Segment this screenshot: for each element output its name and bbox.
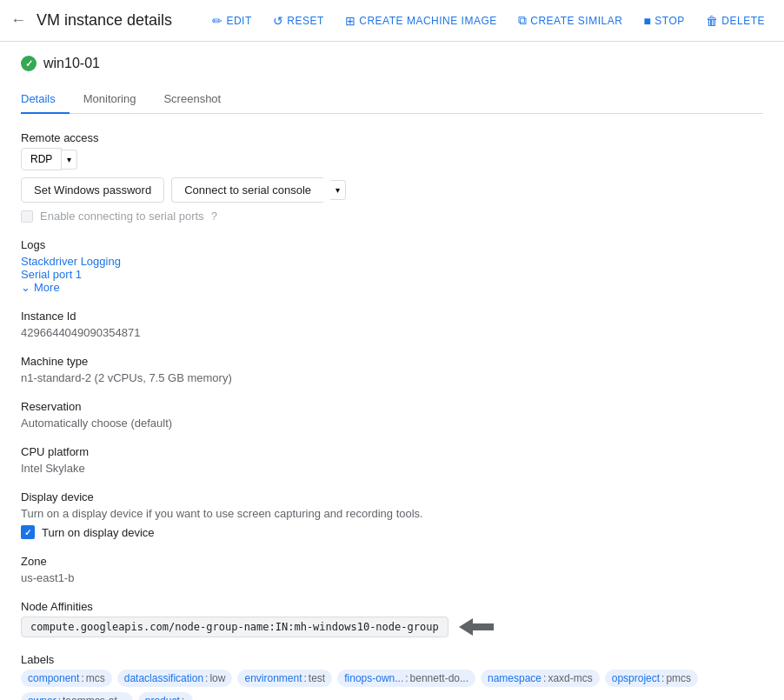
delete-button[interactable]: 🗑 DELETE	[697, 9, 774, 33]
machine-type-label: Machine type	[21, 355, 763, 368]
svg-marker-0	[459, 618, 494, 636]
label-chip: owner : teammcs-at...	[21, 692, 133, 700]
more-chevron-icon: ⌄	[21, 281, 30, 294]
enable-serial-ports-row: Enable connecting to serial ports ?	[21, 210, 763, 223]
tab-monitoring[interactable]: Monitoring	[70, 85, 150, 114]
serial-port-link[interactable]: Serial port 1	[21, 268, 82, 281]
display-device-checkbox[interactable]	[21, 525, 35, 539]
stop-button[interactable]: ■ STOP	[635, 9, 693, 33]
reservation-value: Automatically choose (default)	[21, 417, 763, 430]
labels-section: Labels component : mcsdataclassification…	[21, 653, 763, 700]
instance-id-label: Instance Id	[21, 310, 763, 323]
label-value: xaxd-mcs	[548, 672, 592, 684]
display-device-checkbox-label: Turn on display device	[42, 526, 155, 539]
label-chip: opsproject : pmcs	[605, 670, 698, 687]
label-separator: :	[543, 672, 546, 684]
label-value: test	[309, 672, 325, 684]
label-separator: :	[81, 672, 83, 684]
set-windows-password-button[interactable]: Set Windows password	[21, 177, 164, 203]
label-chip: environment : test	[237, 670, 332, 687]
cpu-platform-section: CPU platform Intel Skylake	[21, 445, 763, 475]
label-value: pmcs	[666, 672, 691, 684]
display-device-checkbox-row: Turn on display device	[21, 525, 763, 539]
rdp-dropdown-button[interactable]: ▾	[62, 150, 77, 170]
label-key: environment	[244, 672, 302, 684]
logs-section: Logs Stackdriver Logging Serial port 1 ⌄…	[21, 238, 763, 294]
label-key: owner	[28, 695, 56, 700]
instance-id-value: 4296644049090354871	[21, 326, 763, 339]
label-chip: finops-own... : bennett-do...	[337, 670, 475, 687]
connect-serial-button[interactable]: Connect to serial console	[171, 177, 323, 203]
stop-icon: ■	[643, 14, 651, 28]
label-value: teammcs-at...	[63, 695, 126, 700]
create-similar-button[interactable]: ⧉ CREATE SIMILAR	[509, 8, 632, 33]
node-affinity-chip: compute.googleapis.com/node-group-name:I…	[21, 617, 448, 637]
display-device-section: Display device Turn on a display device …	[21, 490, 763, 539]
rdp-row: RDP ▾	[21, 148, 763, 170]
create-machine-image-button[interactable]: ⊞ CREATE MACHINE IMAGE	[336, 9, 506, 33]
label-separator: :	[661, 672, 664, 684]
display-device-description: Turn on a display device if you want to …	[21, 507, 763, 520]
zone-label: Zone	[21, 555, 763, 568]
label-separator: :	[182, 695, 184, 700]
label-key: namespace	[488, 672, 541, 684]
remote-access-label: Remote access	[21, 131, 763, 144]
remote-access-section: Remote access RDP ▾ Set Windows password…	[21, 131, 763, 223]
more-logs-link[interactable]: ⌄ More	[21, 281, 763, 294]
instance-id-section: Instance Id 4296644049090354871	[21, 310, 763, 339]
node-affinities-label: Node Affinities	[21, 600, 763, 613]
cpu-platform-label: CPU platform	[21, 445, 763, 458]
serial-console-row: Set Windows password Connect to serial c…	[21, 177, 763, 203]
reset-button[interactable]: ↺ RESET	[264, 9, 333, 33]
instance-name: win10-01	[43, 56, 100, 71]
node-affinity-container: compute.googleapis.com/node-group-name:I…	[21, 617, 763, 637]
label-value: bennett-do...	[410, 672, 468, 684]
label-value: mcs	[86, 672, 105, 684]
label-chip: namespace : xaxd-mcs	[481, 670, 600, 687]
tab-screenshot[interactable]: Screenshot	[149, 85, 235, 114]
help-icon[interactable]: ?	[211, 210, 217, 223]
back-button[interactable]: ←	[10, 11, 26, 30]
labels-container: component : mcsdataclassification : lowe…	[21, 670, 763, 700]
label-value: low	[209, 672, 225, 684]
label-chip: product :	[138, 692, 193, 700]
toolbar-actions: ✏ EDIT ↺ RESET ⊞ CREATE MACHINE IMAGE ⧉ …	[203, 8, 774, 33]
edit-button[interactable]: ✏ EDIT	[203, 9, 261, 33]
enable-serial-ports-label: Enable connecting to serial ports	[40, 210, 204, 223]
label-separator: :	[205, 672, 208, 684]
label-chip: dataclassification : low	[117, 670, 233, 687]
zone-value: us-east1-b	[21, 571, 763, 584]
enable-serial-ports-checkbox[interactable]	[21, 210, 33, 223]
stackdriver-logging-link[interactable]: Stackdriver Logging	[21, 255, 121, 268]
labels-label: Labels	[21, 653, 763, 666]
serial-console-dropdown-button[interactable]: ▾	[330, 180, 346, 200]
tabs: Details Monitoring Screenshot	[21, 85, 763, 114]
label-key: dataclassification	[124, 672, 203, 684]
edit-icon: ✏	[212, 14, 223, 28]
label-key: opsproject	[612, 672, 660, 684]
page-title: VM instance details	[37, 11, 200, 30]
label-chip: component : mcs	[21, 670, 112, 687]
label-key: component	[28, 672, 79, 684]
node-affinities-section: Node Affinities compute.googleapis.com/n…	[21, 600, 763, 637]
rdp-button[interactable]: RDP	[21, 148, 62, 170]
label-separator: :	[405, 672, 408, 684]
create-similar-icon: ⧉	[518, 13, 528, 28]
machine-type-section: Machine type n1-standard-2 (2 vCPUs, 7.5…	[21, 355, 763, 384]
tab-details[interactable]: Details	[21, 85, 70, 114]
left-arrow-icon	[459, 617, 494, 637]
machine-type-value: n1-standard-2 (2 vCPUs, 7.5 GB memory)	[21, 371, 763, 384]
label-key: product	[145, 695, 180, 700]
label-key: finops-own...	[344, 672, 403, 684]
zone-section: Zone us-east1-b	[21, 555, 763, 584]
label-separator: :	[304, 672, 307, 684]
create-machine-image-icon: ⊞	[345, 14, 356, 28]
reservation-label: Reservation	[21, 400, 763, 413]
delete-icon: 🗑	[706, 14, 719, 28]
top-bar: ← VM instance details ✏ EDIT ↺ RESET ⊞ C…	[0, 0, 784, 42]
reservation-section: Reservation Automatically choose (defaul…	[21, 400, 763, 430]
status-indicator	[21, 56, 37, 71]
main-content: win10-01 Details Monitoring Screenshot R…	[0, 42, 784, 700]
reset-icon: ↺	[273, 14, 284, 28]
display-device-label: Display device	[21, 490, 763, 503]
